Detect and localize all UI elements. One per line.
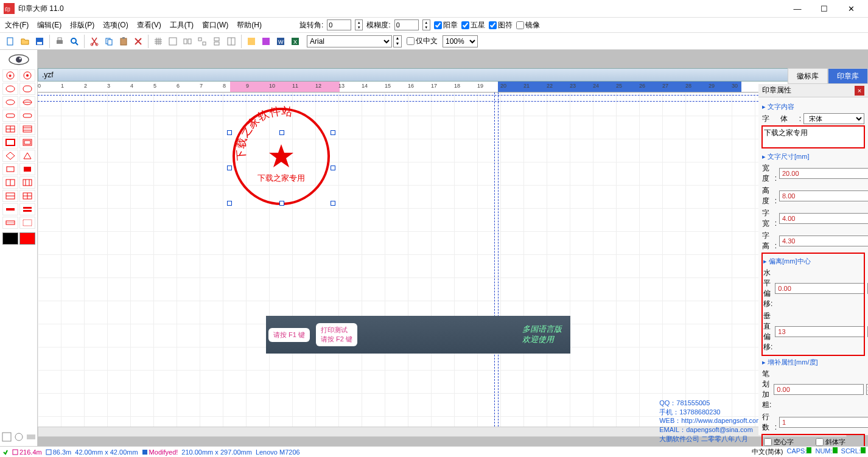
- tool-cut[interactable]: [88, 35, 101, 48]
- shape-triangle[interactable]: [19, 150, 35, 162]
- shape-rounded[interactable]: [19, 83, 35, 95]
- tool-delete[interactable]: [131, 35, 145, 48]
- color-picker[interactable]: [2, 232, 35, 245]
- seal-object[interactable]: 下载之家软件站 下载之家专用: [229, 105, 333, 208]
- bottom-tool-b[interactable]: [13, 431, 24, 442]
- menu-tools[interactable]: 工具(T): [170, 20, 194, 30]
- shape-circle-star[interactable]: ★: [2, 69, 18, 82]
- check-star[interactable]: 五星: [461, 20, 485, 30]
- menu-options[interactable]: 选项(O): [103, 20, 128, 30]
- shape-frame-b[interactable]: [19, 136, 35, 148]
- shape-pill-a[interactable]: [2, 110, 18, 122]
- section-text: 文字内容: [762, 102, 864, 111]
- tool-grid[interactable]: [152, 35, 165, 48]
- chk-hollow[interactable]: 空心字: [764, 438, 811, 447]
- shape-bar-b[interactable]: [19, 203, 35, 215]
- shape-oval-a[interactable]: [2, 96, 18, 108]
- font-select[interactable]: Arial: [307, 35, 392, 47]
- offset-y-input[interactable]: [775, 326, 865, 337]
- shape-pill-b[interactable]: [19, 110, 35, 122]
- bold-input[interactable]: [774, 384, 864, 395]
- tab-seal-lib[interactable]: 印章库: [828, 68, 868, 84]
- width-input[interactable]: [779, 168, 868, 179]
- menu-window[interactable]: 窗口(W): [202, 20, 228, 30]
- zoom-select[interactable]: 100%: [443, 35, 478, 47]
- svg-text:★: ★: [8, 73, 12, 78]
- shape-split-a[interactable]: [2, 176, 18, 189]
- shape-oval-b[interactable]: [19, 96, 35, 108]
- shape-table-b[interactable]: [19, 123, 35, 135]
- minimize-button[interactable]: —: [784, 0, 811, 17]
- rotation-spinner[interactable]: ▲▼: [355, 19, 363, 30]
- shape-grid-a[interactable]: [2, 190, 18, 202]
- shape-bar-a[interactable]: [2, 203, 18, 215]
- tool-copy[interactable]: [102, 35, 116, 48]
- tool-open[interactable]: [18, 35, 32, 48]
- close-button[interactable]: ✕: [838, 0, 864, 17]
- tool-align1[interactable]: [166, 35, 180, 48]
- tool-misc2[interactable]: [259, 35, 273, 48]
- shape-frame-a[interactable]: [2, 136, 18, 148]
- only-cn-check[interactable]: 仅中文: [407, 36, 438, 46]
- shape-table-a[interactable]: [2, 123, 18, 135]
- doc-titlebar[interactable]: .yzf — ☐ ✕: [38, 68, 847, 82]
- tool-align2[interactable]: [181, 35, 194, 48]
- check-yang[interactable]: 阳章: [434, 20, 458, 30]
- svg-text:X: X: [293, 39, 297, 45]
- bottom-tool-a[interactable]: [1, 431, 12, 442]
- rotation-input[interactable]: [327, 19, 351, 30]
- status-page: 210.00mm x 297.00mm: [181, 448, 252, 456]
- shape-rect-a[interactable]: [2, 163, 18, 175]
- status-x: 216.4m: [19, 448, 42, 456]
- check-tufu[interactable]: 图符: [489, 20, 513, 30]
- chk-italic[interactable]: 斜体字: [816, 438, 863, 447]
- offset-x-input[interactable]: [775, 283, 865, 294]
- tool-print[interactable]: [53, 35, 66, 48]
- menu-edit[interactable]: 编辑(E): [37, 20, 61, 30]
- blur-input[interactable]: [394, 19, 419, 30]
- menu-file[interactable]: 文件(F): [5, 20, 29, 30]
- props-close[interactable]: ×: [855, 86, 864, 96]
- font-spinner[interactable]: ▲▼: [393, 35, 402, 47]
- blur-spinner[interactable]: ▲▼: [422, 19, 430, 30]
- rows-input[interactable]: [779, 417, 868, 428]
- props-title: 印章属性 ×: [758, 84, 868, 97]
- text-content-input[interactable]: 下载之家专用: [762, 126, 864, 148]
- shape-diamond[interactable]: [2, 150, 18, 162]
- menu-help[interactable]: 帮助(H): [237, 20, 262, 30]
- bottom-tool-c[interactable]: [26, 431, 37, 442]
- tool-align3[interactable]: [195, 35, 209, 48]
- tool-excel[interactable]: X: [289, 35, 302, 48]
- tool-new[interactable]: [4, 35, 17, 48]
- height-input[interactable]: [779, 190, 868, 201]
- tool-save[interactable]: [33, 35, 46, 48]
- svg-rect-6: [58, 38, 61, 40]
- menu-view[interactable]: 查看(V): [137, 20, 161, 30]
- document-window: .yzf — ☐ ✕ 01234567891011121314151617181…: [38, 50, 868, 446]
- check-mirror[interactable]: 镜像: [516, 20, 540, 30]
- shape-ellipse[interactable]: [2, 83, 18, 95]
- char-width-input[interactable]: [779, 213, 868, 224]
- maximize-button[interactable]: ☐: [811, 0, 838, 17]
- shape-static-b[interactable]: [19, 217, 35, 229]
- tool-word[interactable]: W: [274, 35, 287, 48]
- canvas[interactable]: 下载之家软件站 下载之家专用: [38, 92, 847, 427]
- app-title: 印章大师 11.0: [18, 4, 64, 14]
- menu-layout[interactable]: 排版(P): [70, 20, 94, 30]
- tab-badge-lib[interactable]: 徽标库: [788, 68, 828, 84]
- tool-align4[interactable]: [210, 35, 223, 48]
- tool-align5[interactable]: [225, 35, 238, 48]
- shape-static-a[interactable]: [2, 217, 18, 229]
- tool-misc1[interactable]: [245, 35, 258, 48]
- tool-preview[interactable]: [68, 35, 81, 48]
- svg-rect-13: [121, 38, 127, 45]
- font-select-prop[interactable]: 宋体: [803, 113, 864, 124]
- shape-rect-b[interactable]: [19, 163, 35, 175]
- status-y: 86.3m: [53, 448, 72, 456]
- shape-circle-dot[interactable]: [19, 69, 35, 82]
- tool-paste[interactable]: [117, 35, 130, 48]
- shape-split-b[interactable]: [19, 176, 35, 189]
- shape-grid-b[interactable]: [19, 190, 35, 202]
- char-height-input[interactable]: [779, 235, 868, 246]
- contact-info: QQ：781555005 手机：13788680230 WEB：http://w…: [659, 399, 771, 444]
